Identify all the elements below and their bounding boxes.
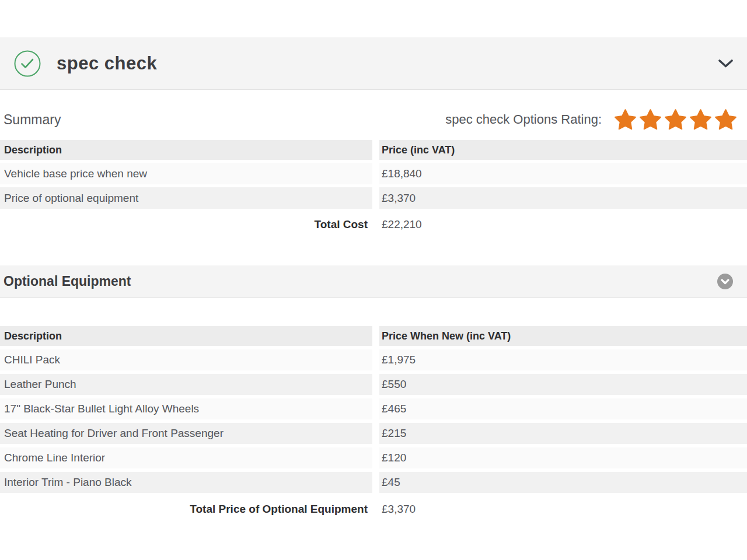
row-description: Interior Trim - Piano Black: [0, 472, 372, 493]
column-header-price: Price (inc VAT): [379, 140, 747, 160]
total-label: Total Price of Optional Equipment: [0, 503, 372, 516]
total-row: Total Cost £22,210: [0, 212, 747, 237]
table-row: Interior Trim - Piano Black£45: [0, 472, 747, 493]
chevron-down-icon[interactable]: [718, 60, 733, 68]
rating-label: spec check Options Rating:: [445, 112, 602, 127]
row-price: £1,975: [379, 349, 747, 370]
total-value: £22,210: [379, 218, 747, 231]
page-title: spec check: [57, 53, 157, 74]
column-header-price: Price When New (inc VAT): [379, 326, 747, 346]
row-price: £120: [379, 447, 747, 468]
table-header-row: Description Price (inc VAT): [0, 140, 747, 160]
row-description: CHILI Pack: [0, 349, 372, 370]
table-row: 17" Black-Star Bullet Light Alloy Wheels…: [0, 398, 747, 419]
table-row: CHILI Pack£1,975: [0, 349, 747, 370]
column-header-description: Description: [0, 140, 372, 160]
table-row: Chrome Line Interior£120: [0, 447, 747, 468]
row-description: Vehicle base price when new: [0, 163, 372, 184]
total-label: Total Cost: [0, 218, 372, 231]
row-description: Price of optional equipment: [0, 187, 372, 209]
row-description: Leather Punch: [0, 374, 372, 395]
table-header-row: Description Price When New (inc VAT): [0, 326, 747, 346]
total-row: Total Price of Optional Equipment £3,370: [0, 496, 747, 522]
total-value: £3,370: [379, 503, 747, 516]
row-price: £45: [379, 472, 747, 493]
star-icon: [690, 109, 711, 130]
summary-bar: Summary spec check Options Rating:: [0, 108, 747, 131]
table-row: Price of optional equipment£3,370: [0, 187, 747, 209]
table-row: Leather Punch£550: [0, 374, 747, 395]
row-description: Seat Heating for Driver and Front Passen…: [0, 423, 372, 444]
row-price: £18,840: [379, 163, 747, 184]
row-price: £465: [379, 398, 747, 419]
rating-stars: [611, 109, 736, 130]
column-header-description: Description: [0, 326, 372, 346]
top-spacer: [0, 0, 747, 37]
row-description: 17" Black-Star Bullet Light Alloy Wheels: [0, 398, 372, 419]
star-icon: [615, 109, 636, 130]
options-rating: spec check Options Rating:: [445, 109, 736, 130]
star-icon: [665, 109, 686, 130]
check-circle-icon: [14, 50, 41, 77]
row-price: £215: [379, 423, 747, 444]
table-row: Seat Heating for Driver and Front Passen…: [0, 423, 747, 444]
summary-title: Summary: [4, 112, 61, 128]
row-price: £3,370: [379, 187, 747, 209]
chevron-down-circle-icon[interactable]: [717, 274, 733, 289]
optional-equipment-header[interactable]: Optional Equipment: [0, 265, 747, 298]
row-price: £550: [379, 374, 747, 395]
star-icon: [640, 109, 661, 130]
row-description: Chrome Line Interior: [0, 447, 372, 468]
optional-equipment-title: Optional Equipment: [4, 274, 131, 289]
table-row: Vehicle base price when new£18,840: [0, 163, 747, 184]
spec-check-header[interactable]: spec check: [0, 37, 747, 90]
optional-equipment-table: Description Price When New (inc VAT) CHI…: [0, 326, 747, 522]
star-icon: [715, 109, 736, 130]
summary-table: Description Price (inc VAT) Vehicle base…: [0, 140, 747, 237]
